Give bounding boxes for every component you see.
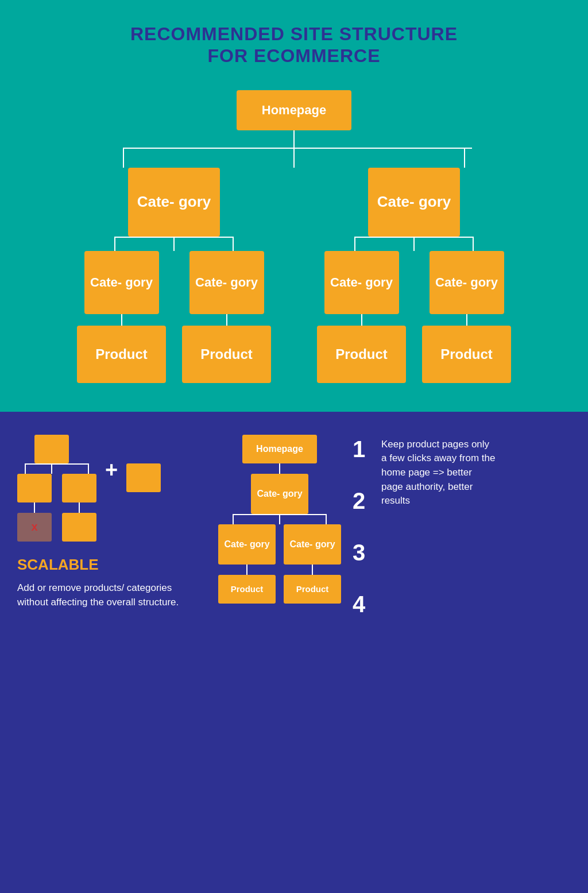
- connector-v1: [293, 130, 295, 148]
- rt-h-line: [233, 514, 327, 515]
- cat1a-node: Cate- gory: [84, 251, 159, 314]
- rt-prod1: Product: [218, 575, 276, 604]
- small-right-col: [62, 474, 96, 542]
- prod2-node: Product: [182, 326, 271, 383]
- small-left-col: x: [17, 474, 52, 542]
- desc-text: Keep product pages only a few clicks awa…: [381, 439, 495, 507]
- right-panel: Homepage Cate- gory Cate- gory Product C…: [218, 435, 571, 616]
- rt-conn-v1: [279, 463, 280, 474]
- rt-right-col: Cate- gory Product: [284, 524, 341, 604]
- v-l2-left-b: [233, 237, 234, 251]
- right-tree: Homepage Cate- gory Cate- gory Product C…: [218, 435, 341, 604]
- small-tree-left: x: [17, 435, 96, 542]
- level1-row: Cate- gory Cate- gory Product Cat: [77, 168, 511, 383]
- rt-conn-v4: [312, 565, 313, 575]
- right-branch: Cate- gory Cate- gory Product Cat: [317, 168, 511, 383]
- level2-left-cats: Cate- gory Product Cate- gory Product: [77, 251, 271, 383]
- cat1a-group: Cate- gory Product: [77, 251, 166, 383]
- conn-cat1b: [226, 314, 227, 326]
- right-description: Keep product pages only a few clicks awa…: [381, 435, 496, 508]
- conn-to-cat1: [293, 148, 295, 168]
- small-conn-v2: [34, 502, 35, 513]
- cat1b-group: Cate- gory Product: [182, 251, 271, 383]
- h-l2-right: [354, 237, 474, 238]
- extra-box-container: [126, 435, 161, 492]
- small-conn-v1: [51, 463, 52, 474]
- conn-cat2-down: [413, 237, 415, 251]
- top-section: RECOMMENDED SITE STRUCTURE FOR ECOMMERCE…: [0, 0, 588, 412]
- small-bot-right: [62, 513, 96, 542]
- level2-left: Cate- gory Product Cate- gory Product: [77, 251, 271, 383]
- page-title: RECOMMENDED SITE STRUCTURE FOR ECOMMERCE: [11, 23, 577, 67]
- num4: 4: [353, 593, 370, 616]
- cat1b-node: Cate- gory: [189, 251, 264, 314]
- small-row-mid: x: [17, 474, 96, 542]
- scalable-desc: Add or remove products/ categories witho…: [17, 581, 201, 610]
- rt-level2: Cate- gory Product Cate- gory Product: [218, 524, 341, 604]
- cat2b-group: Cate- gory Product: [422, 251, 511, 383]
- prod3-node: Product: [317, 326, 406, 383]
- h-l2-left: [114, 237, 234, 238]
- small-v-right: [88, 463, 89, 474]
- conn-cat1a: [121, 314, 122, 326]
- small-mid-right: [62, 474, 96, 502]
- rt-conn-v3: [246, 565, 247, 575]
- small-conn-v3: [79, 502, 80, 513]
- left-branch: Cate- gory Cate- gory Product Cat: [77, 168, 271, 383]
- numbers-col: 1 2 3 4: [353, 435, 370, 616]
- rt-v-right: [326, 514, 327, 524]
- homepage-node: Homepage: [237, 90, 351, 130]
- v-l2-right-b: [473, 237, 474, 251]
- num3: 3: [353, 541, 370, 564]
- small-v-left: [25, 463, 26, 474]
- rt-prod2: Product: [284, 575, 341, 604]
- cat2-node: Cate- gory: [368, 168, 460, 237]
- rt-cat1: Cate- gory: [251, 474, 308, 514]
- cat2a-group: Cate- gory Product: [317, 251, 406, 383]
- level2-right: Cate- gory Product Cate- gory Product: [317, 251, 511, 383]
- rt-cat2a: Cate- gory: [218, 524, 276, 565]
- scalable-title: SCALABLE: [17, 556, 201, 574]
- site-structure-tree: Homepage Cate-: [11, 90, 577, 383]
- small-diagram: x +: [17, 435, 201, 542]
- small-mid-left: [17, 474, 52, 502]
- v-l2-left-a: [114, 237, 115, 251]
- plus-sign: +: [105, 435, 118, 482]
- scalable-panel: x + SCALABLE Add or remove products/ cat…: [17, 435, 201, 610]
- conn-cat2b: [466, 314, 467, 326]
- level2-right-cats: Cate- gory Product Cate- gory Product: [317, 251, 511, 383]
- cat2a-node: Cate- gory: [324, 251, 399, 314]
- rt-conn-v2: [279, 514, 280, 524]
- v-left-l1: [123, 148, 124, 168]
- h-connector-l1: [123, 148, 465, 149]
- conn-cat2a: [361, 314, 362, 326]
- small-x-box: x: [17, 513, 52, 542]
- bottom-section: x + SCALABLE Add or remove products/ cat…: [0, 412, 588, 644]
- prod1-node: Product: [77, 326, 166, 383]
- cat1-node: Cate- gory: [128, 168, 220, 237]
- prod4-node: Product: [422, 326, 511, 383]
- num1: 1: [353, 438, 370, 461]
- rt-left-col: Cate- gory Product: [218, 524, 276, 604]
- rt-homepage: Homepage: [242, 435, 317, 463]
- extra-box: [126, 463, 161, 492]
- rt-cat2b: Cate- gory: [284, 524, 341, 565]
- v-right-l1: [464, 148, 465, 168]
- v-l2-right-a: [354, 237, 355, 251]
- num2: 2: [353, 489, 370, 512]
- small-h-line: [25, 463, 89, 465]
- cat2b-node: Cate- gory: [430, 251, 504, 314]
- conn-cat1-down: [173, 237, 175, 251]
- rt-v-left: [233, 514, 234, 524]
- small-top-box: [34, 435, 69, 463]
